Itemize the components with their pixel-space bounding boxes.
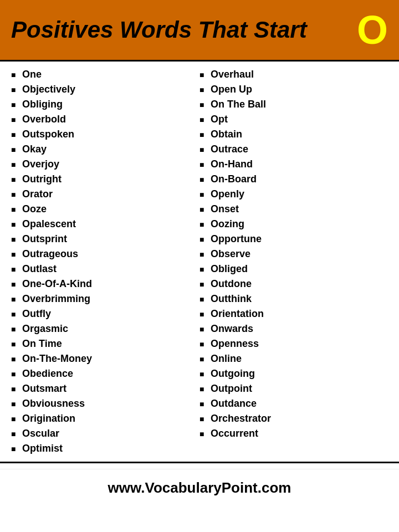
header: Positives Words That Start O (0, 0, 399, 60)
bullet-icon: ■ (200, 220, 211, 229)
bullet-icon: ■ (11, 220, 22, 229)
list-item: ■Optimist (11, 441, 200, 456)
word-text: Overbold (22, 114, 200, 125)
list-item: ■Ooze (11, 202, 200, 217)
word-text: Openly (211, 188, 388, 200)
bullet-icon: ■ (11, 85, 22, 94)
bullet-icon: ■ (200, 130, 211, 139)
word-text: Orator (22, 188, 200, 200)
word-text: Opportune (211, 233, 388, 245)
bullet-icon: ■ (11, 310, 22, 319)
word-text: Outsmart (22, 383, 200, 395)
word-text: Overbrimming (22, 293, 200, 305)
bullet-icon: ■ (200, 415, 211, 423)
list-item: ■Obviousness (11, 396, 200, 411)
list-item: ■Opportune (200, 232, 388, 247)
bullet-icon: ■ (200, 100, 211, 109)
word-text: Outpoint (211, 383, 388, 395)
bullet-icon: ■ (11, 235, 22, 244)
word-text: Outlast (22, 263, 200, 275)
list-item: ■Outlast (11, 262, 200, 277)
bullet-icon: ■ (200, 175, 211, 184)
word-text: Occurrent (211, 428, 388, 439)
bullet-icon: ■ (200, 85, 211, 94)
bullet-icon: ■ (200, 340, 211, 349)
word-text: On-The-Money (22, 353, 200, 365)
bullet-icon: ■ (11, 280, 22, 289)
word-text: Overhaul (211, 69, 388, 80)
word-text: Obliged (211, 263, 388, 275)
word-text: Optimist (22, 443, 200, 454)
list-item: ■Openness (200, 336, 388, 351)
content: ■One■Objectively■Obliging■Overbold■Outsp… (0, 62, 399, 462)
bullet-icon: ■ (11, 160, 22, 169)
bullet-icon: ■ (200, 280, 211, 289)
list-item: ■Occurrent (200, 426, 388, 441)
bullet-icon: ■ (200, 250, 211, 259)
bullet-icon: ■ (200, 145, 211, 154)
list-item: ■Obtain (200, 127, 388, 142)
bullet-icon: ■ (200, 205, 211, 214)
list-item: ■Outsmart (11, 381, 200, 396)
word-text: On-Hand (211, 158, 388, 170)
bullet-icon: ■ (200, 295, 211, 304)
list-item: ■Outspoken (11, 127, 200, 142)
word-text: Overjoy (22, 158, 200, 170)
footer-url: www.VocabularyPoint.com (108, 479, 291, 496)
list-item: ■Oscular (11, 426, 200, 441)
footer-divider (0, 462, 399, 463)
bullet-icon: ■ (11, 130, 22, 139)
word-text: On The Ball (211, 99, 388, 110)
word-text: Objectively (22, 84, 200, 95)
list-item: ■Obedience (11, 366, 200, 381)
list-item: ■Outsprint (11, 232, 200, 247)
list-item: ■Overjoy (11, 157, 200, 172)
bullet-icon: ■ (11, 175, 22, 184)
word-text: Outsprint (22, 233, 200, 245)
word-text: Outrageous (22, 248, 200, 260)
list-item: ■Outfly (11, 306, 200, 321)
word-text: Outthink (211, 293, 388, 305)
bullet-icon: ■ (200, 70, 211, 79)
word-text: Openness (211, 338, 388, 350)
list-item: ■On The Ball (200, 97, 388, 112)
bullet-icon: ■ (200, 385, 211, 393)
word-text: Obtain (211, 129, 388, 140)
word-text: Outdone (211, 278, 388, 290)
word-text: Obedience (22, 368, 200, 380)
list-item: ■Outrace (200, 142, 388, 157)
word-text: On Time (22, 338, 200, 350)
list-item: ■Obliging (11, 97, 200, 112)
list-item: ■Openly (200, 187, 388, 202)
bullet-icon: ■ (11, 205, 22, 214)
bullet-icon: ■ (200, 160, 211, 169)
word-text: Observe (211, 248, 388, 260)
list-item: ■Onwards (200, 321, 388, 336)
word-text: Outrace (211, 144, 388, 155)
word-text: Obviousness (22, 398, 200, 410)
bullet-icon: ■ (11, 340, 22, 349)
word-text: Opt (211, 114, 388, 125)
list-item: ■Open Up (200, 82, 388, 97)
word-text: Obliging (22, 99, 200, 110)
list-item: ■Online (200, 351, 388, 366)
word-text: Origination (22, 413, 200, 424)
word-text: Onset (211, 203, 388, 215)
bullet-icon: ■ (11, 370, 22, 378)
list-item: ■One (11, 67, 200, 82)
header-letter: O (357, 10, 388, 50)
list-item: ■One-Of-A-Kind (11, 277, 200, 291)
bullet-icon: ■ (11, 115, 22, 124)
bullet-icon: ■ (200, 429, 211, 438)
word-text: Outright (22, 173, 200, 185)
list-item: ■Outgoing (200, 366, 388, 381)
bullet-icon: ■ (11, 70, 22, 79)
bullet-icon: ■ (200, 190, 211, 199)
bullet-icon: ■ (11, 400, 22, 408)
word-text: Online (211, 353, 388, 365)
bullet-icon: ■ (11, 355, 22, 364)
word-text: Opalescent (22, 218, 200, 230)
list-item: ■Outdone (200, 277, 388, 291)
word-text: Orientation (211, 308, 388, 320)
list-item: ■Outpoint (200, 381, 388, 396)
